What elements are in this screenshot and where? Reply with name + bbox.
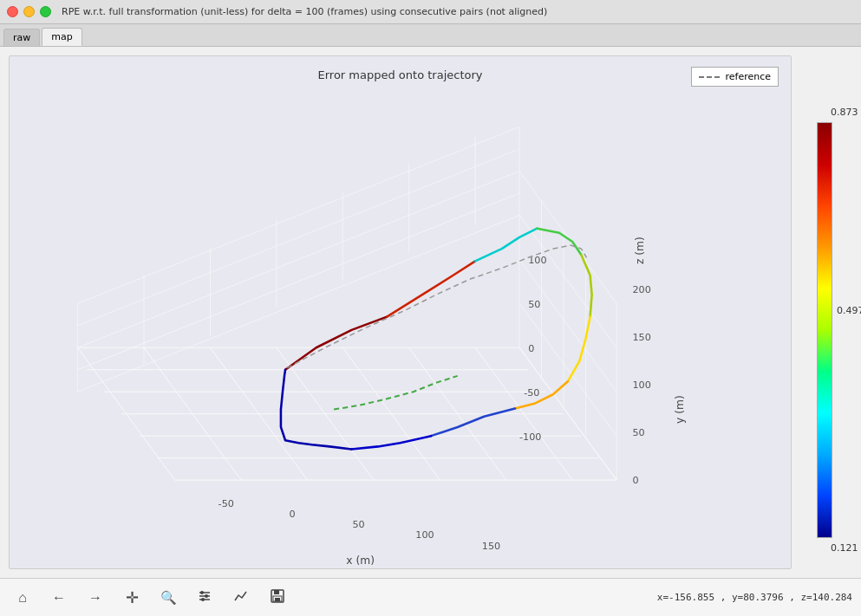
settings-button[interactable] [191,584,219,612]
forward-icon: → [88,590,102,606]
svg-text:-100: -100 [519,431,541,443]
tabbar: raw map [0,24,861,47]
svg-text:100: 100 [415,529,434,541]
svg-point-60 [205,594,208,598]
svg-text:100: 100 [632,379,650,391]
svg-text:50: 50 [352,519,364,530]
colorbar-max-label: 0.873 [831,107,858,118]
svg-text:200: 200 [632,284,650,295]
zoom-icon: 🔍 [160,590,177,606]
svg-text:0: 0 [528,343,534,354]
svg-rect-66 [275,598,280,601]
titlebar: RPE w.r.t. full transformation (unit-les… [0,0,861,24]
main-content: Error mapped onto trajectory reference [0,47,861,578]
svg-rect-64 [274,590,279,594]
svg-text:-50: -50 [524,387,539,399]
zoom-button[interactable]: 🔍 [154,584,182,612]
coordinates-display: x=-156.855 , y=80.3796 , z=140.284 [657,592,852,603]
svg-text:50: 50 [528,299,540,310]
close-button[interactable] [7,6,18,17]
save-button[interactable] [264,584,291,612]
legend-dash-icon [699,76,720,78]
svg-text:x (m): x (m) [346,554,375,567]
back-icon: ← [52,590,66,606]
svg-text:y (m): y (m) [674,395,686,424]
colorbar-container: 0.873 0.497 0.121 [792,55,852,569]
window-title: RPE w.r.t. full transformation (unit-les… [62,6,547,17]
svg-text:0: 0 [290,509,296,520]
plot-area: Error mapped onto trajectory reference [9,55,792,569]
svg-point-58 [200,591,204,594]
legend: reference [691,67,779,87]
pan-button[interactable]: ✛ [118,584,146,612]
settings-icon [197,588,212,607]
chart-button[interactable] [227,584,255,612]
toolbar: ⌂ ← → ✛ 🔍 [0,578,861,616]
forward-button[interactable]: → [82,584,109,612]
back-button[interactable]: ← [45,584,73,612]
home-button[interactable]: ⌂ [9,584,36,612]
tab-raw[interactable]: raw [3,29,40,46]
colorbar-min-label: 0.121 [831,542,858,554]
plot-svg: -50 0 50 100 150 x (m) 0 50 100 150 200 … [10,56,791,568]
plot-title: Error mapped onto trajectory [318,68,483,81]
tab-map[interactable]: map [42,28,82,46]
svg-point-62 [201,598,205,601]
svg-text:0: 0 [632,475,638,486]
minimize-button[interactable] [23,6,35,17]
colorbar-wrapper: 0.873 0.497 0.121 [817,122,832,538]
svg-text:z (m): z (m) [634,237,646,264]
save-icon [270,588,285,607]
maximize-button[interactable] [40,6,51,17]
svg-text:150: 150 [632,332,650,343]
chart-icon [233,588,249,607]
svg-text:-50: -50 [219,498,234,509]
legend-label: reference [725,71,771,82]
svg-text:50: 50 [632,427,644,438]
colorbar: 0.497 [817,122,832,538]
svg-text:150: 150 [482,541,500,552]
home-icon: ⌂ [18,590,27,606]
colorbar-mid-label: 0.497 [837,305,861,316]
pan-icon: ✛ [126,588,139,607]
